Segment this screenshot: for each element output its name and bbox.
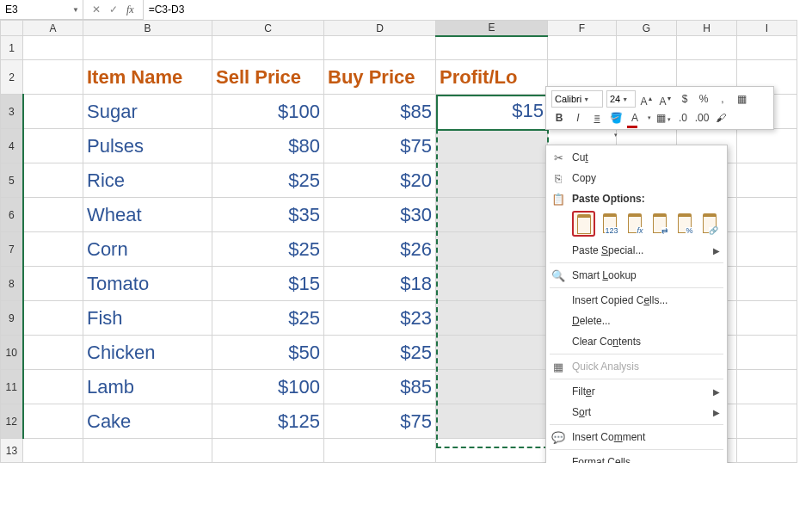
- ctx-sort[interactable]: Sort▶: [546, 402, 727, 422]
- cell-E7[interactable]: [436, 232, 548, 267]
- cell-D12[interactable]: $75: [324, 404, 436, 439]
- cell-C10[interactable]: $50: [212, 336, 324, 370]
- comma-icon[interactable]: ,: [715, 91, 730, 107]
- cell-B2[interactable]: Item Name: [83, 60, 212, 95]
- cell-D10[interactable]: $25: [324, 336, 436, 370]
- cell-B4[interactable]: Pulses: [83, 129, 212, 163]
- cell-B6[interactable]: Wheat: [83, 198, 212, 232]
- cell-D9[interactable]: $23: [324, 301, 436, 336]
- row-header-9[interactable]: 9: [1, 301, 23, 336]
- cell-H1[interactable]: [677, 36, 737, 60]
- cell-B11[interactable]: Lamb: [83, 370, 212, 404]
- cell-A1[interactable]: [23, 36, 83, 60]
- cell-C9[interactable]: $25: [212, 301, 324, 336]
- cell-B8[interactable]: Tomato: [83, 267, 212, 301]
- cell-E12[interactable]: [436, 404, 548, 439]
- underline-button[interactable]: ≡: [589, 110, 605, 126]
- decrease-font-icon[interactable]: A▼: [658, 91, 674, 107]
- cell-E2[interactable]: Profit/Lo: [436, 60, 548, 95]
- cell-D8[interactable]: $18: [324, 267, 436, 301]
- cell-B1[interactable]: [83, 36, 212, 60]
- paste-link-icon[interactable]: 🔗: [698, 211, 720, 235]
- cell-B5[interactable]: Rice: [83, 163, 212, 198]
- row-header-4[interactable]: 4: [1, 129, 23, 163]
- cell-D2[interactable]: Buy Price: [324, 60, 436, 95]
- paste-transpose-icon[interactable]: ⇄: [649, 211, 670, 235]
- name-box-dropdown-icon[interactable]: ▼: [72, 6, 79, 14]
- col-header-H[interactable]: H: [677, 21, 737, 36]
- cell-E4[interactable]: [436, 129, 548, 163]
- format-painter-icon[interactable]: 🖌: [713, 110, 729, 126]
- ctx-smart-lookup[interactable]: 🔍Smart Lookup: [546, 265, 727, 286]
- cell-C4[interactable]: $80: [212, 129, 324, 163]
- cell-E10[interactable]: [436, 336, 548, 370]
- enter-icon[interactable]: ✓: [109, 3, 118, 15]
- cell-G1[interactable]: [617, 36, 677, 60]
- cell-C6[interactable]: $35: [212, 198, 324, 232]
- row-header-7[interactable]: 7: [1, 232, 23, 267]
- cell-D6[interactable]: $30: [324, 198, 436, 232]
- cell-E1[interactable]: [436, 36, 548, 60]
- cell-I1[interactable]: [737, 36, 797, 60]
- name-box[interactable]: E3 ▼: [0, 0, 83, 19]
- mini-font-combo[interactable]: Calibri▼: [551, 90, 603, 108]
- row-header-11[interactable]: 11: [1, 370, 23, 404]
- mini-size-combo[interactable]: 24▼: [606, 90, 636, 108]
- cell-A2[interactable]: [23, 60, 83, 95]
- fx-icon[interactable]: fx: [126, 3, 134, 16]
- border-dropdown-icon[interactable]: ▦▾: [656, 110, 672, 126]
- cell-D5[interactable]: $20: [324, 163, 436, 198]
- col-header-C[interactable]: C: [212, 21, 324, 36]
- cancel-icon[interactable]: ✕: [92, 3, 101, 15]
- ctx-insert-copied[interactable]: Insert Copied Cells...: [546, 290, 727, 311]
- cell-D11[interactable]: $85: [324, 370, 436, 404]
- row-header-8[interactable]: 8: [1, 267, 23, 301]
- cell-E8[interactable]: [436, 267, 548, 301]
- paste-values-icon[interactable]: 123: [599, 211, 620, 235]
- col-header-B[interactable]: B: [83, 21, 212, 36]
- ctx-delete[interactable]: Delete...: [546, 311, 727, 331]
- cell-C7[interactable]: $25: [212, 232, 324, 267]
- cell-F1[interactable]: [548, 36, 617, 60]
- cell-E9[interactable]: [436, 301, 548, 336]
- cell-C11[interactable]: $100: [212, 370, 324, 404]
- paste-formatting-icon[interactable]: %: [674, 211, 695, 235]
- cell-C12[interactable]: $125: [212, 404, 324, 439]
- percent-icon[interactable]: %: [696, 91, 711, 107]
- cell-B9[interactable]: Fish: [83, 301, 212, 336]
- cell-B10[interactable]: Chicken: [83, 336, 212, 370]
- bold-button[interactable]: B: [551, 110, 567, 126]
- paste-icon[interactable]: [572, 211, 595, 237]
- cell-B7[interactable]: Corn: [83, 232, 212, 267]
- increase-font-icon[interactable]: A▲: [639, 91, 655, 107]
- ctx-paste-special[interactable]: Paste Special...▶: [546, 240, 727, 261]
- cell-D1[interactable]: [324, 36, 436, 60]
- row-header-3[interactable]: 3: [1, 95, 23, 129]
- ctx-format-cells[interactable]: Format Cells...: [546, 452, 727, 463]
- row-header-13[interactable]: 13: [1, 439, 23, 463]
- ctx-clear-contents[interactable]: Clear Contents: [546, 331, 727, 352]
- row-header-10[interactable]: 10: [1, 336, 23, 370]
- row-header-12[interactable]: 12: [1, 404, 23, 439]
- col-header-E[interactable]: E: [436, 21, 548, 36]
- chevron-down-icon[interactable]: ▼: [620, 96, 630, 102]
- cell-B12[interactable]: Cake: [83, 404, 212, 439]
- cell-C5[interactable]: $25: [212, 163, 324, 198]
- cell-D7[interactable]: $26: [324, 232, 436, 267]
- cell-C2[interactable]: Sell Price: [212, 60, 324, 95]
- chevron-down-icon[interactable]: ▼: [581, 96, 591, 102]
- italic-button[interactable]: I: [570, 110, 586, 126]
- ctx-filter[interactable]: Filter▶: [546, 381, 727, 402]
- col-header-A[interactable]: A: [23, 21, 83, 36]
- cell-E11[interactable]: [436, 370, 548, 404]
- formula-input[interactable]: [144, 0, 812, 20]
- cell-C8[interactable]: $15: [212, 267, 324, 301]
- cell-C3[interactable]: $100: [212, 95, 324, 129]
- row-header-6[interactable]: 6: [1, 198, 23, 232]
- currency-icon[interactable]: $: [677, 91, 692, 107]
- col-header-D[interactable]: D: [324, 21, 436, 36]
- ctx-insert-comment[interactable]: 💬Insert Comment: [546, 427, 727, 447]
- col-header-G[interactable]: G: [617, 21, 677, 36]
- cell-E3[interactable]: [436, 95, 548, 129]
- borders-icon[interactable]: ▦: [734, 91, 749, 107]
